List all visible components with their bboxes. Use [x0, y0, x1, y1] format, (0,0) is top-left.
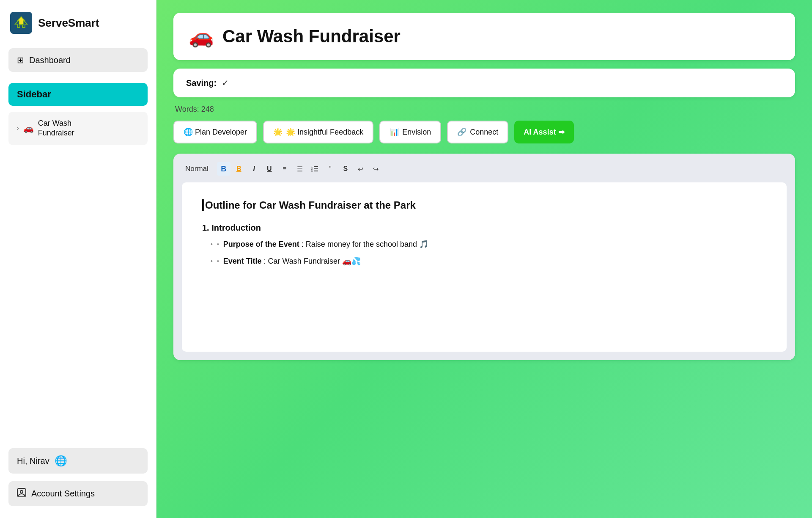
editor-heading: Outline for Car Wash Fundraiser at the P… [202, 199, 766, 211]
toolbar-italic-button[interactable]: I [247, 162, 261, 176]
editor-toolbar: Normal B B I U ≡ ☰ 1.2.3. " S ↩ ↪ [182, 162, 787, 176]
action-buttons: 🌐 Plan Developer 🌟 🌟 Insightful Feedback… [173, 121, 795, 143]
dashboard-item[interactable]: ⊞ Dashboard [8, 48, 148, 72]
plan-developer-button[interactable]: 🌐 Plan Developer [173, 121, 257, 143]
envision-icon: 📊 [390, 127, 399, 137]
list-item-rest: : Raise money for the school band 🎵 [302, 240, 428, 248]
list-bullet: • [217, 241, 219, 248]
list-item: • Event Title : Car Wash Fundraiser 🚗💦 [211, 256, 766, 266]
editor-section1-title: 1. Introduction [202, 223, 766, 233]
user-greeting[interactable]: Hi, Nirav 🌐 [8, 448, 148, 474]
toolbar-bullet-button[interactable]: ☰ [293, 162, 307, 176]
saving-status-card: Saving: ✓ [173, 69, 795, 97]
doc-title-icon: 🚗 [189, 25, 214, 48]
insightful-feedback-icon: 🌟 [273, 127, 283, 137]
chevron-right-icon: › [17, 125, 19, 132]
ai-assist-button[interactable]: AI Assist ➡ [514, 121, 573, 143]
doc-title: Car Wash Fundraiser [222, 26, 401, 47]
toolbar-bold-button[interactable]: B [217, 162, 230, 176]
sidebar-item-car-icon: 🚗 [23, 123, 34, 133]
editor-list: • Purpose of the Event : Raise money for… [202, 240, 766, 266]
envision-button[interactable]: 📊 Envision [379, 121, 441, 143]
toolbar-undo-button[interactable]: ↩ [354, 162, 368, 176]
dashboard-label: Dashboard [29, 55, 71, 65]
editor-container: Normal B B I U ≡ ☰ 1.2.3. " S ↩ ↪ Outlin… [173, 154, 795, 360]
svg-point-1 [20, 490, 23, 493]
connect-icon: 🔗 [457, 127, 466, 137]
sidebar-item-carwash[interactable]: › 🚗 Car WashFundraiser [8, 112, 148, 145]
list-item-text: Event Title : Car Wash Fundraiser 🚗💦 [223, 256, 361, 266]
envision-label: Envision [402, 128, 431, 137]
toolbar-align-button[interactable]: ≡ [278, 162, 291, 176]
app-name: ServeSmart [38, 17, 99, 30]
toolbar-strikethrough-button[interactable]: S [339, 162, 352, 176]
list-item-text: Purpose of the Event : Raise money for t… [223, 240, 428, 249]
toolbar-highlight-button[interactable]: B [232, 162, 246, 176]
account-settings-icon [17, 488, 26, 499]
word-count: Words: 248 [173, 105, 795, 114]
app-logo: ServeSmart [0, 0, 156, 44]
sidebar-item-carwash-label: Car WashFundraiser [38, 118, 74, 138]
user-greeting-text: Hi, Nirav [17, 456, 49, 466]
list-item: • Purpose of the Event : Raise money for… [211, 240, 766, 249]
logo-icon [10, 12, 32, 34]
toolbar-underline-button[interactable]: U [263, 162, 276, 176]
toolbar-quote-button[interactable]: " [324, 162, 337, 176]
connect-label: Connect [470, 128, 498, 137]
doc-title-card: 🚗 Car Wash Fundraiser [173, 13, 795, 60]
sidebar: ServeSmart ⊞ Dashboard Sidebar › 🚗 Car W… [0, 0, 156, 518]
bold-label: B [221, 165, 226, 174]
saving-label: Saving: [186, 78, 217, 88]
list-item-bold: Purpose of the Event [223, 240, 299, 248]
insightful-feedback-label: 🌟 Insightful Feedback [286, 127, 363, 137]
svg-text:3.: 3. [311, 170, 313, 172]
main-content: 🚗 Car Wash Fundraiser Saving: ✓ Words: 2… [156, 0, 812, 518]
toolbar-redo-button[interactable]: ↪ [369, 162, 383, 176]
toolbar-ordered-button[interactable]: 1.2.3. [308, 162, 322, 176]
account-settings[interactable]: Account Settings [8, 481, 148, 506]
list-item-rest: : Car Wash Fundraiser 🚗💦 [264, 257, 361, 265]
dashboard-icon: ⊞ [17, 55, 24, 65]
sidebar-section-header: Sidebar [8, 83, 148, 106]
list-item-bold: Event Title [223, 257, 262, 265]
list-bullet: • [217, 258, 219, 265]
connect-button[interactable]: 🔗 Connect [447, 121, 508, 143]
insightful-feedback-button[interactable]: 🌟 🌟 Insightful Feedback [263, 121, 373, 143]
toolbar-normal-dropdown[interactable]: Normal [182, 163, 212, 175]
account-settings-label: Account Settings [31, 489, 95, 499]
user-avatar-icon: 🌐 [55, 455, 67, 467]
saving-checkmark: ✓ [222, 78, 229, 88]
sidebar-section-label: Sidebar [17, 89, 51, 99]
editor-body[interactable]: Outline for Car Wash Fundraiser at the P… [182, 182, 787, 352]
cursor [203, 199, 204, 211]
